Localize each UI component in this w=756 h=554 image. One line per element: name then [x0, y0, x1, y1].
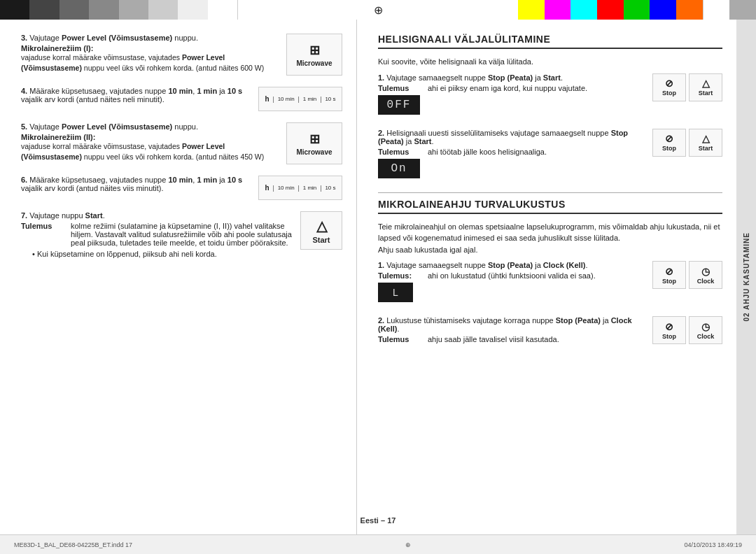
section1-intro: Kui soovite, võite helisignaali ka välja… [378, 56, 722, 68]
r-tulemus-label-4: Tulemus [378, 335, 424, 343]
stop-button-3: ⊘ Stop [652, 261, 686, 289]
clock-button-1: ◷ Clock [689, 261, 722, 289]
r-tulemus-2: Tulemus ahi töötab jälle koos helisignaa… [378, 148, 647, 156]
r-tulemus-label-2: Tulemus [378, 148, 424, 156]
clock-button-2: ◷ Clock [689, 316, 722, 344]
step-5-main: 5. Vajutage Power Level (Võimsustaseme) … [21, 122, 281, 131]
step-6-block: 6. Määrake küpsetusaeg, vajutades nuppe … [21, 176, 342, 200]
r-tulemus-text-3: ahi on lukustatud (ühtki funktsiooni val… [428, 271, 596, 280]
r-step-4-main: 2. Lukustuse tühistamiseks vajutage korr… [378, 316, 647, 333]
page-number: Eesti – 17 [0, 516, 756, 525]
stop-clock-pair-1: ⊘ Stop ◷ Clock [652, 261, 722, 289]
step-4-image: h | 10 min | 1 min | 10 s [258, 87, 342, 111]
r-step-1-main: 1. Vajutage samaaegselt nuppe Stop (Peat… [378, 73, 647, 82]
step-6-text: 6. Määrake küpsetusaeg, vajutades nuppe … [21, 176, 253, 192]
footer-right: 04/10/2013 18:49:19 [684, 541, 742, 548]
timer-display-1: h | 10 min | 1 min | 10 s [258, 87, 342, 111]
swatch-gray [729, 0, 756, 20]
step-3-sublabel: Mikrolainerežiim (I): [21, 44, 281, 52]
swatch-red [597, 0, 624, 20]
r-tulemus-4: Tulemus ahju saab jälle tavalisel viisil… [378, 335, 647, 343]
r-step-4-block: 2. Lukustuse tühistamiseks vajutage korr… [378, 316, 722, 344]
step-5-text: 5. Vajutage Power Level (Võimsustaseme) … [21, 122, 281, 162]
step-3-number: 3. [21, 34, 27, 42]
r-step-4-text: 2. Lukustuse tühistamiseks vajutage korr… [378, 316, 647, 343]
stop-icon-4: ⊘ [665, 321, 673, 332]
swatch-orange [676, 0, 703, 20]
timer-sep3: | [320, 96, 321, 103]
stop-clock-pair-2: ⊘ Stop ◷ Clock [652, 316, 722, 344]
stop-label-4: Stop [662, 333, 676, 340]
timer-1min: 1 min [303, 96, 317, 102]
r-step-1-btns: ⊘ Stop △ Start [652, 73, 722, 101]
swatch-white [703, 0, 730, 20]
r-tulemus-text-1: ahi ei piiksу enam iga kord, kui nuppu v… [428, 84, 587, 92]
r-tulemus-3: Tulemus: ahi on lukustatud (ühtki funkts… [378, 271, 647, 280]
start-button: △ Start [300, 211, 342, 250]
stop-icon-3: ⊘ [665, 266, 673, 277]
r-step-2-text: 2. Helisignaali uuesti sisselülitamiseks… [378, 129, 647, 181]
step-5-block: 5. Vajutage Power Level (Võimsustaseme) … [21, 122, 342, 164]
swatch-7 [178, 0, 207, 20]
swatch-5 [119, 0, 148, 20]
start-button-1: △ Start [689, 73, 722, 101]
microwave-icon-2: ⊞ [309, 132, 320, 147]
swatch-magenta [545, 0, 571, 20]
swatch-3 [59, 0, 89, 20]
display-lock: L [378, 283, 413, 302]
r-step-4-btns: ⊘ Stop ◷ Clock [652, 316, 722, 344]
microwave-button-1: ⊞ Microwave [286, 34, 342, 76]
start-button-2: △ Start [689, 129, 722, 157]
microwave-icon-1: ⊞ [309, 43, 320, 58]
section2-title: MIKROLAINEAHJU TURVALUKUSTUS [378, 199, 722, 214]
stop-button-1: ⊘ Stop [652, 73, 686, 101]
stop-button-2: ⊘ Stop [652, 129, 686, 157]
r-step-3-main: 1. Vajutage samaaegselt nuppe Stop (Peat… [378, 261, 647, 269]
timer-10s: 10 s [325, 96, 335, 102]
step-7-image: △ Start [300, 211, 342, 250]
stop-icon-1: ⊘ [665, 78, 673, 89]
section1-title: HELISIGNAALI VÄLJALÜLITAMINE [378, 34, 722, 49]
tulemus-row-7: Tulemus kolme režiimi (sulatamine ja küp… [21, 222, 295, 247]
start-label: Start [312, 236, 330, 244]
stop-label-1: Stop [662, 90, 676, 97]
swatch-cyan [570, 0, 597, 20]
step-7-text: 7. Vajutage nuppu Start. Tulemus kolme r… [21, 211, 295, 258]
page-number-text: Eesti – 17 [360, 516, 396, 525]
timer2-h: h [265, 184, 269, 192]
step-5-image: ⊞ Microwave [286, 122, 342, 164]
sidebar-label: 02 AHJU KASUTAMINE [736, 20, 756, 534]
microwave-label-1: Microwave [296, 59, 332, 67]
step-6-image: h | 10 min | 1 min | 10 s [258, 176, 342, 200]
top-left-swatches [0, 0, 238, 20]
footer-bar: ME83D-1_BAL_DE68-04225B_ET.indd 17 ⊕ 04/… [0, 534, 756, 554]
swatch-2 [29, 0, 59, 20]
r-tulemus-1: Tulemus ahi ei piiksу enam iga kord, kui… [378, 84, 647, 92]
step-7-main: 7. Vajutage nuppu Start. [21, 211, 295, 220]
stop-label-2: Stop [662, 145, 676, 152]
right-column: HELISIGNAALI VÄLJALÜLITAMINE Kui soovite… [357, 20, 736, 534]
timer2-10min: 10 min [278, 185, 295, 191]
swatch-yellow [518, 0, 545, 20]
clock-label-2: Clock [697, 333, 715, 340]
clock-label-1: Clock [697, 278, 715, 285]
step-4-main: 4. Määrake küpsetusaeg, vajutades nuppe … [21, 87, 253, 104]
r-tulemus-text-2: ahi töötab jälle koos helisignaaliga. [428, 148, 547, 156]
r-step-1-block: 1. Vajutage samaaegselt nuppe Stop (Peat… [378, 73, 722, 118]
timer-10min: 10 min [278, 96, 295, 102]
footer-center-target: ⊕ [405, 541, 411, 548]
timer-sep2: | [298, 96, 300, 103]
r-step-1-text: 1. Vajutage samaaegselt nuppe Stop (Peat… [378, 73, 647, 118]
top-right-swatches [518, 0, 756, 20]
stop-start-pair-2: ⊘ Stop △ Start [652, 129, 722, 157]
timer-h: h [265, 95, 269, 103]
r-step-3-btns: ⊘ Stop ◷ Clock [652, 261, 722, 289]
step-4-text: 4. Määrake küpsetusaeg, vajutades nuppe … [21, 87, 253, 104]
stop-button-4: ⊘ Stop [652, 316, 686, 344]
tulemus-text-7: kolme režiimi (sulatamine ja küpsetamine… [71, 222, 295, 247]
r-step-2-block: 2. Helisignaali uuesti sisselülitamiseks… [378, 129, 722, 181]
start-label-2: Start [699, 145, 713, 152]
r-step-3-text: 1. Vajutage samaaegselt nuppe Stop (Peat… [378, 261, 647, 305]
top-color-bar: ⊕ [0, 0, 756, 20]
timer-display-2: h | 10 min | 1 min | 10 s [258, 176, 342, 200]
